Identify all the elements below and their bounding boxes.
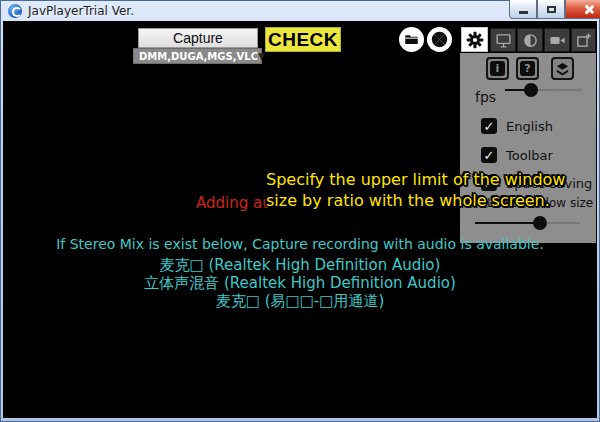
source-dropdown[interactable]: DMM,DUGA,MGS,VLC ▼ (133, 48, 262, 64)
audio-device-item: 麦克□ (易□□-□用通道) (3, 292, 597, 310)
display-button[interactable] (490, 28, 516, 52)
tooltip-text: Specify the upper limit of the window si… (266, 169, 598, 211)
toolbar-checkbox-row[interactable]: ✓ Toolbar (481, 147, 553, 163)
region-capture-button[interactable] (571, 28, 596, 52)
app-window: JavPlayerTrial Ver. Capture DMM,DUGA,MGS… (0, 0, 600, 422)
record-button[interactable] (544, 28, 570, 52)
contrast-button[interactable] (517, 28, 543, 52)
chevron-down-icon: ▼ (258, 51, 265, 61)
window-title: JavPlayerTrial Ver. (28, 4, 134, 18)
help-button[interactable]: ? (516, 57, 539, 80)
close-button[interactable] (565, 0, 600, 19)
folder-icon (404, 32, 419, 47)
audio-device-item: 立体声混音 (Realtek High Definition Audio) (3, 274, 597, 292)
capture-button[interactable]: Capture (138, 28, 258, 48)
tooltip-line-1: Specify the upper limit of the window (266, 169, 598, 190)
fps-slider[interactable] (505, 83, 580, 97)
fps-label: fps (475, 89, 496, 105)
fps-slider-knob[interactable] (524, 83, 538, 97)
check-button[interactable]: CHECK (265, 27, 341, 52)
pinwheel-icon (430, 30, 449, 49)
settings-panel: i ? fps ✓ English ✓ Toolbar ✓ (460, 53, 596, 243)
source-dropdown-value: DMM,DUGA,MGS,VLC (139, 51, 258, 62)
help-icon: ? (520, 61, 535, 76)
stereo-mix-info: If Stereo Mix is exist below, Capture re… (3, 236, 597, 256)
controller-button[interactable] (427, 27, 452, 52)
maximize-icon (547, 6, 556, 13)
settings-button[interactable] (461, 27, 488, 52)
info-button[interactable]: i (486, 57, 509, 80)
limit-slider-fill (475, 222, 540, 224)
adding-audio-status: Adding au (196, 194, 272, 212)
tooltip-line-2: size by ratio with the whole screen. (266, 190, 598, 211)
limit-window-slider[interactable] (475, 216, 580, 230)
capture-region-icon (575, 32, 592, 49)
fps-slider-tick (555, 88, 559, 92)
checkbox-checked-icon[interactable]: ✓ (481, 118, 497, 134)
monitor-icon (495, 32, 512, 49)
audio-info-block: If Stereo Mix is exist below, Capture re… (3, 236, 597, 310)
checkbox-checked-icon[interactable]: ✓ (481, 147, 497, 163)
minimize-icon (519, 11, 528, 14)
gear-icon (466, 31, 484, 49)
fps-slider-tick (578, 88, 582, 92)
info-icon: i (490, 61, 505, 76)
minimize-button[interactable] (509, 0, 537, 19)
video-camera-icon (549, 32, 566, 49)
maximize-button[interactable] (537, 0, 565, 19)
layers-icon (555, 61, 570, 76)
english-label: English (506, 119, 553, 134)
limit-slider-knob[interactable] (533, 216, 547, 230)
contrast-icon (522, 32, 539, 49)
close-icon (583, 4, 594, 15)
layers-button[interactable] (551, 57, 574, 80)
window-controls (509, 0, 600, 19)
toolbar-label: Toolbar (506, 148, 553, 163)
app-icon (8, 4, 22, 18)
audio-device-item: 麦克□ (Realtek High Definition Audio) (3, 256, 597, 274)
english-checkbox-row[interactable]: ✓ English (481, 118, 553, 134)
folder-button[interactable] (399, 27, 424, 52)
